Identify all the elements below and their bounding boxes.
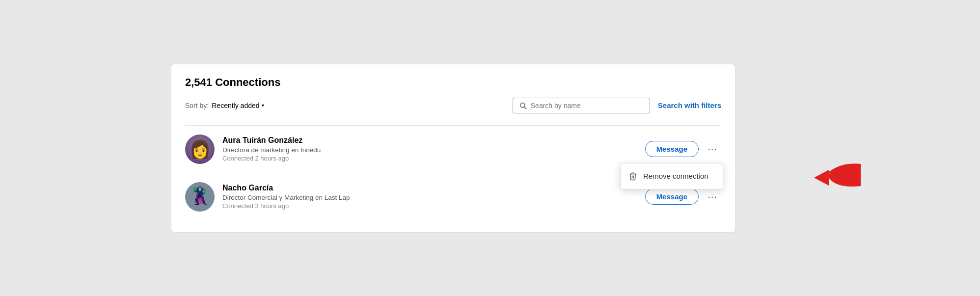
more-icon-1: ··· [708, 143, 717, 155]
message-button-2[interactable]: Message [645, 188, 699, 205]
connection-name-2: Nacho García [222, 184, 645, 192]
more-button-1[interactable]: ··· [704, 140, 721, 158]
arrow-icon [809, 159, 863, 191]
remove-connection-label: Remove connection [643, 172, 708, 180]
connection-title-1: Directora de marketing en Innedu [222, 146, 645, 154]
search-input[interactable] [531, 102, 644, 109]
sort-by: Sort by: Recently added ▾ [185, 102, 264, 109]
connection-item-1: Aura Tuirán González Directora de market… [185, 126, 721, 173]
connection-title-2: Director Comercial y Marketing en Last L… [222, 194, 645, 201]
connections-card: 2,541 Connections Sort by: Recently adde… [171, 64, 735, 233]
sort-label: Sort by: [185, 102, 209, 109]
svg-line-1 [524, 107, 526, 109]
avatar-2 [185, 182, 215, 212]
dropdown-menu-1: Remove connection [620, 163, 723, 189]
message-button-1[interactable]: Message [645, 141, 699, 157]
connection-actions-1: Message ··· [645, 140, 721, 158]
toolbar: Sort by: Recently added ▾ Search with fi… [185, 98, 721, 113]
more-icon-2: ··· [708, 191, 717, 202]
remove-connection-item[interactable]: Remove connection [621, 166, 723, 186]
more-button-2[interactable]: ··· [704, 188, 721, 206]
chevron-down-icon: ▾ [262, 103, 264, 108]
sort-value-button[interactable]: Recently added ▾ [212, 102, 264, 109]
trash-icon [628, 172, 637, 181]
connection-info-1: Aura Tuirán González Directora de market… [222, 136, 645, 162]
avatar-1 [185, 135, 215, 164]
svg-marker-2 [814, 170, 829, 186]
connection-info-2: Nacho García Director Comercial y Market… [222, 184, 645, 210]
red-arrow [809, 158, 868, 192]
page-wrapper: 2,541 Connections Sort by: Recently adde… [171, 64, 809, 233]
card-title: 2,541 Connections [185, 76, 721, 89]
connection-time-2: Connected 3 hours ago [222, 202, 645, 210]
connection-actions-2: Message ··· [645, 188, 721, 206]
toolbar-right: Search with filters [513, 98, 721, 113]
connection-time-1: Connected 2 hours ago [222, 155, 645, 162]
sort-value-text: Recently added [212, 102, 259, 109]
search-icon [519, 102, 527, 109]
search-with-filters-link[interactable]: Search with filters [658, 101, 721, 109]
connection-name-1: Aura Tuirán González [222, 136, 645, 145]
search-box [513, 98, 650, 113]
